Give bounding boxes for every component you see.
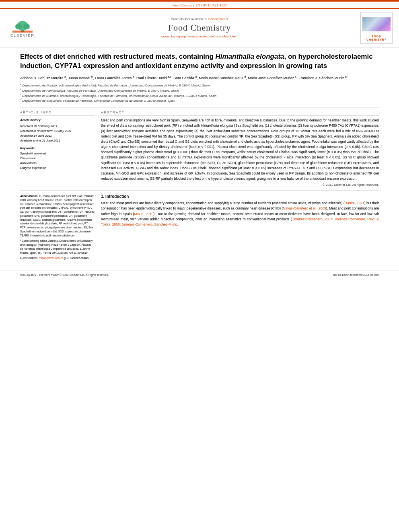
elsevier-tree-icon — [8, 18, 37, 33]
ref-mapa-2010[interactable]: MAPA, 2010 — [134, 212, 153, 216]
fc-cover-photo — [362, 17, 391, 31]
accepted-date: Accepted 14 June 2011 — [20, 134, 52, 138]
sciencedirect-prefix: Contents lists available at — [171, 17, 208, 21]
main-content: Effects of diet enriched with restructur… — [0, 47, 399, 267]
corresponding-author-block: * Corresponding author. Address: Departa… — [20, 239, 95, 255]
keyword-2: Cholesterol — [20, 156, 35, 160]
journal-citation-bar: Food Chemistry 129 (2011) 1623–1630 — [0, 2, 399, 8]
article-info-abstract-cols: ARTICLE INFO Article history: Received 2… — [20, 111, 379, 187]
available-online-date: Available online 21 June 2011 — [20, 139, 60, 142]
divider-line — [20, 107, 379, 107]
svg-rect-5 — [12, 31, 33, 33]
page-wrapper: Food Chemistry 129 (2011) 1623–1630 ELSE… — [0, 0, 399, 532]
abstract-text: Meat and pork consumptions are very high… — [101, 118, 379, 181]
keyword-3: Antioxidants — [20, 161, 37, 165]
keywords-section: Keywords: Spaghetti seaweed Cholesterol … — [20, 146, 95, 170]
journal-citation: Food Chemistry 129 (2011) 1623–1630 — [173, 3, 227, 7]
authors-line: Adriana R. Schultz Moreira a, Juana Bene… — [20, 75, 379, 81]
introduction-title: 1. Introduction — [101, 194, 379, 199]
email-address[interactable]: frasan@farm.ucm.es — [39, 257, 63, 259]
keyword-4: Enzyme expression — [20, 166, 46, 170]
introduction-text: Meat and meat products are basic dietary… — [101, 201, 379, 227]
sciencedirect-line: Contents lists available at ScienceDirec… — [43, 17, 356, 21]
page-footer: 0308-8146/$ – see front matter © 2011 El… — [0, 271, 399, 279]
article-info-col: ARTICLE INFO Article history: Received 2… — [20, 111, 95, 187]
footnotes-col: Abbreviations: C, control-restructured p… — [20, 194, 95, 262]
footer-doi: doi:10.1016/j.foodchem.2011.06.019 — [333, 273, 379, 276]
abstract-header: ABSTRACT — [101, 111, 379, 115]
journal-header-center: Contents lists available at ScienceDirec… — [43, 12, 356, 44]
affiliations: a Departamento de Nutrición y Bromatolog… — [20, 82, 379, 103]
abbreviations-block: Abbreviations: C, control-restructured p… — [20, 194, 95, 237]
ref-jimenez-2007[interactable]: Jiménez-Colmenero, 2007; Jiménez-Colmene… — [101, 217, 379, 226]
journal-title: Food Chemistry — [43, 23, 356, 33]
homepage-link[interactable]: journal homepage: www.elsevier.com/locat… — [161, 35, 239, 38]
article-history: Article history: Received 28 February 20… — [20, 118, 95, 143]
keywords-label: Keywords: — [20, 146, 95, 150]
sciencedirect-link[interactable]: ScienceDirect — [208, 17, 228, 21]
svg-point-3 — [15, 24, 22, 29]
footer-issn: 0308-8146/$ – see front matter © 2011 El… — [20, 273, 109, 276]
food-chemistry-label: FOOD CHEMISTRY — [366, 35, 387, 42]
ref-hamm-1991[interactable]: Hamm, 1991 — [345, 201, 364, 205]
copyright-line: © 2011 Elsevier Ltd. All rights reserved… — [101, 183, 379, 187]
abbreviations-label: Abbreviations: — [20, 195, 39, 197]
journal-header: ELSEVIER Contents lists available at Sci… — [0, 8, 399, 47]
elsevier-logo: ELSEVIER — [6, 12, 39, 44]
article-title: Effects of diet enriched with restructur… — [20, 52, 379, 71]
ref-navas-carretero-2009[interactable]: Navas-Carretero et al., 2009 — [283, 206, 326, 210]
received-revised-date: Received in revised form 19 May 2011 — [20, 129, 72, 133]
food-chemistry-logo-box: FOOD CHEMISTRY — [360, 12, 393, 44]
homepage-line: journal homepage: www.elsevier.com/locat… — [43, 35, 356, 38]
email-label: E-mail address: — [20, 257, 38, 259]
received-date: Received 28 February 2011 — [20, 124, 58, 128]
food-chemistry-image — [362, 14, 391, 34]
article-info-header: ARTICLE INFO — [20, 111, 95, 115]
abstract-col: ABSTRACT Meat and pork consumptions are … — [101, 111, 379, 187]
history-label: Article history: — [20, 118, 95, 123]
elsevier-wordmark: ELSEVIER — [10, 33, 35, 37]
bottom-section: Abbreviations: C, control-restructured p… — [20, 191, 379, 262]
keywords-list: Spaghetti seaweed Cholesterol Antioxidan… — [20, 151, 95, 170]
svg-point-4 — [23, 24, 30, 29]
keyword-1: Spaghetti seaweed — [20, 152, 46, 155]
introduction-col: 1. Introduction Meat and meat products a… — [101, 194, 379, 262]
email-block: E-mail address: frasan@farm.ucm.es (F.J.… — [20, 256, 95, 260]
